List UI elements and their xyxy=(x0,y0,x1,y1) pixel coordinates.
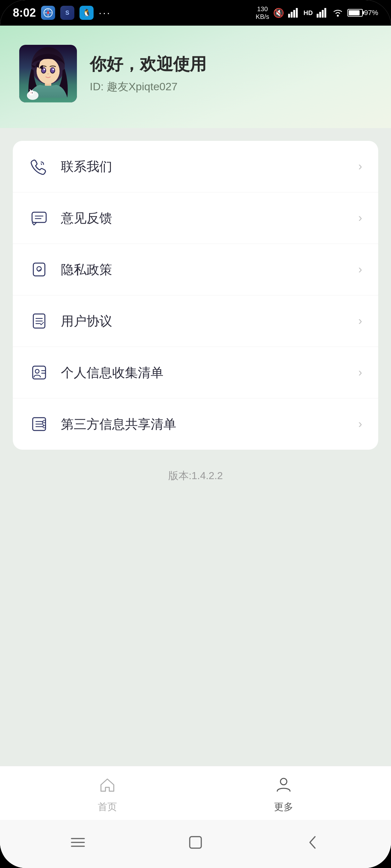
menu-item-personal-info[interactable]: 个人信息收集清单 › xyxy=(13,347,378,399)
home-tab-icon xyxy=(99,776,116,798)
wifi-icon xyxy=(332,8,343,17)
header-banner: 你好，欢迎使用 ID: 趣友Xpiqte027 xyxy=(0,26,391,128)
svg-rect-6 xyxy=(293,10,295,18)
feedback-icon xyxy=(29,208,49,228)
square-nav-button[interactable] xyxy=(183,830,208,855)
battery-indicator: 97% xyxy=(347,9,378,17)
agreement-chevron: › xyxy=(358,314,362,328)
svg-point-25 xyxy=(30,92,32,93)
person-info-icon xyxy=(29,362,49,383)
status-time: 8:02 xyxy=(13,6,36,20)
header-greeting: 你好，欢迎使用 xyxy=(90,53,206,75)
svg-rect-27 xyxy=(32,212,46,222)
battery-percent: 97% xyxy=(364,9,378,17)
contact-chevron: › xyxy=(358,160,362,173)
menu-card: 联系我们 › xyxy=(13,141,378,450)
third-party-chevron: › xyxy=(358,417,362,431)
bottom-nav-bar xyxy=(0,820,391,868)
header-info: 你好，欢迎使用 ID: 趣友Xpiqte027 xyxy=(90,53,206,94)
phone-frame: 8:02 S 🐧 ··· 130KB/s 🔇 xyxy=(0,0,391,868)
privacy-label: 隐私政策 xyxy=(61,261,112,278)
privacy-chevron: › xyxy=(358,263,362,276)
hd-label: HD xyxy=(304,9,313,17)
menu-nav-button[interactable] xyxy=(65,830,91,855)
svg-rect-9 xyxy=(319,12,321,18)
svg-point-22 xyxy=(53,69,54,70)
network-speed: 130KB/s xyxy=(256,5,269,21)
menu-item-left: 意见反馈 xyxy=(29,208,112,228)
contact-label: 联系我们 xyxy=(61,158,112,176)
status-bar: 8:02 S 🐧 ··· 130KB/s 🔇 xyxy=(0,0,391,26)
privacy-icon xyxy=(29,259,49,280)
menu-item-left: 联系我们 xyxy=(29,156,112,177)
status-more-dots: ··· xyxy=(99,7,111,19)
avatar xyxy=(19,45,77,102)
svg-point-26 xyxy=(32,93,33,93)
version-text: 版本:1.4.2.2 xyxy=(13,463,378,496)
svg-point-12 xyxy=(337,15,339,17)
app-content: 你好，欢迎使用 ID: 趣友Xpiqte027 xyxy=(0,26,391,868)
personal-info-label: 个人信息收集清单 xyxy=(61,364,163,381)
document-icon xyxy=(29,311,49,331)
bottom-tab-bar: 首页 更多 xyxy=(0,766,391,820)
menu-item-left: 隐私政策 xyxy=(29,259,112,280)
share-icon xyxy=(29,414,49,434)
menu-item-left: 用户协议 xyxy=(29,311,112,331)
tab-home[interactable]: 首页 xyxy=(82,776,133,814)
menu-item-privacy[interactable]: 隐私政策 › xyxy=(13,244,378,296)
status-right: 130KB/s 🔇 HD xyxy=(256,5,378,21)
svg-point-20 xyxy=(51,67,55,73)
mute-icon: 🔇 xyxy=(273,8,284,18)
third-party-label: 第三方信息共享清单 xyxy=(61,415,176,433)
svg-rect-5 xyxy=(291,12,292,18)
tab-more[interactable]: 更多 xyxy=(258,776,309,814)
svg-rect-51 xyxy=(190,837,201,848)
menu-item-feedback[interactable]: 意见反馈 › xyxy=(13,192,378,244)
svg-rect-8 xyxy=(317,14,318,18)
main-content: 联系我们 › xyxy=(0,128,391,631)
feedback-chevron: › xyxy=(358,211,362,225)
header-user-id: ID: 趣友Xpiqte027 xyxy=(90,80,206,94)
agreement-label: 用户协议 xyxy=(61,312,112,330)
svg-point-21 xyxy=(44,69,45,70)
svg-point-16 xyxy=(36,58,60,84)
phone-icon xyxy=(29,156,49,177)
home-tab-label: 首页 xyxy=(98,801,117,814)
svg-point-37 xyxy=(35,369,39,373)
more-tab-icon xyxy=(275,776,292,798)
svg-rect-30 xyxy=(33,263,45,276)
qq-app-icon: 🐧 xyxy=(80,6,93,20)
menu-item-third-party[interactable]: 第三方信息共享清单 › xyxy=(13,399,378,450)
svg-point-47 xyxy=(280,778,287,785)
menu-item-contact[interactable]: 联系我们 › xyxy=(13,141,378,192)
more-tab-label: 更多 xyxy=(274,801,293,814)
content-spacer xyxy=(0,631,391,766)
personal-info-chevron: › xyxy=(358,366,362,379)
signal2-icon xyxy=(317,8,328,18)
back-nav-button[interactable] xyxy=(300,830,326,855)
menu-item-left: 个人信息收集清单 xyxy=(29,362,163,383)
soul-app-icon: S xyxy=(60,6,74,20)
signal-icon xyxy=(288,8,300,18)
safari-icon xyxy=(41,6,55,20)
menu-item-left: 第三方信息共享清单 xyxy=(29,414,176,434)
svg-rect-7 xyxy=(296,8,298,18)
svg-rect-10 xyxy=(322,10,324,18)
menu-item-agreement[interactable]: 用户协议 › xyxy=(13,296,378,347)
status-left: 8:02 S 🐧 ··· xyxy=(13,6,111,20)
svg-rect-11 xyxy=(324,8,326,18)
svg-rect-4 xyxy=(288,14,290,18)
feedback-label: 意见反馈 xyxy=(61,209,112,227)
